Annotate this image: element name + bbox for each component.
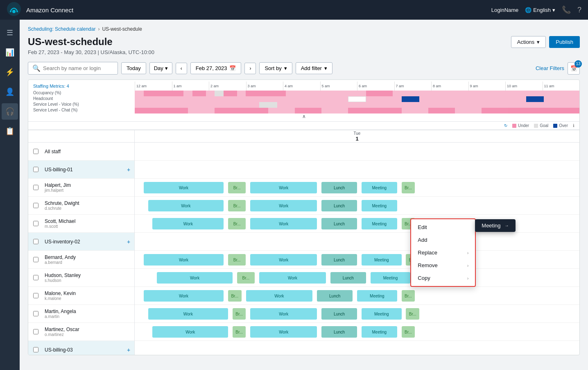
lunch-block[interactable]: Lunch bbox=[321, 308, 357, 320]
lunch-block[interactable]: Lunch bbox=[321, 182, 357, 193]
work-block[interactable]: Work bbox=[148, 200, 224, 211]
prev-arrow[interactable]: ‹ bbox=[176, 63, 187, 74]
break-block-2[interactable]: Br... bbox=[406, 308, 419, 320]
agents-col-header bbox=[28, 130, 135, 142]
meeting-block[interactable]: Meeting bbox=[362, 200, 397, 211]
agent-checkbox[interactable] bbox=[28, 257, 43, 262]
work-block[interactable]: Work bbox=[144, 254, 224, 266]
nav-right: LoginName 🌐 English ▾ 📞 ? bbox=[491, 5, 581, 14]
today-button[interactable]: Today bbox=[121, 62, 146, 74]
context-menu-copy[interactable]: Copy › bbox=[411, 272, 475, 284]
work-block[interactable]: Work bbox=[157, 272, 233, 284]
context-menu-edit[interactable]: Edit bbox=[411, 221, 475, 234]
break-block[interactable]: Br... bbox=[228, 254, 246, 266]
calendar-badge-button[interactable]: 📅 13 bbox=[568, 62, 580, 75]
work-block[interactable]: Work bbox=[246, 290, 313, 302]
agent-checkbox[interactable] bbox=[28, 293, 43, 298]
clear-filters[interactable]: Clear Filters bbox=[536, 65, 564, 71]
break-block[interactable]: Br... bbox=[237, 272, 255, 284]
sidebar-users-icon[interactable]: 👤 bbox=[2, 84, 18, 100]
break-block[interactable]: Br... bbox=[228, 290, 242, 302]
language-selector[interactable]: 🌐 English ▾ bbox=[525, 7, 555, 13]
search-input[interactable] bbox=[43, 65, 113, 71]
lunch-block[interactable]: Lunch bbox=[321, 254, 357, 266]
breadcrumb-parent[interactable]: Scheduling: Schedule calendar bbox=[28, 26, 95, 32]
service-voice-label: Service Level - Voice (%) bbox=[28, 102, 135, 108]
lunch-block[interactable]: Lunch bbox=[321, 326, 357, 338]
context-menu-add[interactable]: Add bbox=[411, 234, 475, 246]
work-block[interactable]: Work bbox=[152, 326, 228, 338]
service-chat-row: Service Level - Chat (%) bbox=[28, 108, 579, 113]
refresh-icon[interactable]: ↻ bbox=[504, 123, 507, 128]
info-icon[interactable]: ℹ bbox=[573, 123, 574, 128]
work-block[interactable]: Work bbox=[148, 308, 228, 320]
next-arrow[interactable]: › bbox=[244, 63, 256, 74]
lunch-block[interactable]: Lunch bbox=[330, 272, 366, 284]
work-block[interactable]: Work bbox=[144, 290, 224, 302]
staffing-metrics-label[interactable]: Staffing Metrics: 4 bbox=[28, 84, 135, 89]
collapse-arrow[interactable]: ∧ bbox=[28, 113, 579, 122]
agent-checkbox[interactable] bbox=[28, 329, 43, 334]
view-selector[interactable]: Day ▾ bbox=[149, 62, 172, 74]
sidebar-dashboard-icon[interactable]: 📊 bbox=[2, 44, 18, 61]
break-block[interactable]: Br... bbox=[228, 218, 246, 229]
agent-checkbox[interactable] bbox=[28, 239, 43, 244]
work-block[interactable]: Work bbox=[250, 200, 317, 211]
work-block[interactable]: Work bbox=[250, 254, 317, 266]
expand-icon[interactable]: + bbox=[123, 166, 134, 173]
agent-checkbox[interactable] bbox=[28, 221, 43, 226]
break-block-2[interactable]: Br... bbox=[402, 326, 415, 338]
meeting-block[interactable]: Meeting bbox=[362, 254, 402, 266]
sidebar-routing-icon[interactable]: ⚡ bbox=[2, 64, 18, 80]
sidebar-reports-icon[interactable]: 📋 bbox=[2, 123, 18, 139]
sidebar-menu-icon[interactable]: ☰ bbox=[2, 25, 18, 41]
agent-checkbox[interactable] bbox=[28, 311, 43, 316]
phone-icon[interactable]: 📞 bbox=[562, 5, 571, 14]
sortby-label: Sort by bbox=[265, 65, 281, 71]
lunch-block[interactable]: Lunch bbox=[321, 218, 357, 229]
help-icon[interactable]: ? bbox=[577, 6, 581, 14]
expand-icon[interactable]: + bbox=[123, 238, 134, 245]
expand-icon[interactable]: + bbox=[123, 347, 134, 353]
meeting-block[interactable]: Meeting bbox=[362, 326, 397, 338]
time-9am: 9 am bbox=[468, 82, 506, 91]
agent-checkbox[interactable] bbox=[28, 149, 43, 154]
lunch-block[interactable]: Lunch bbox=[321, 200, 357, 211]
sidebar-agent-icon[interactable]: 🎧 bbox=[2, 103, 18, 120]
work-block[interactable]: Work bbox=[250, 326, 317, 338]
meeting-block[interactable]: Meeting bbox=[362, 182, 397, 193]
over-label: Over bbox=[559, 123, 568, 128]
agent-checkbox[interactable] bbox=[28, 167, 43, 172]
break-block[interactable]: Br... bbox=[233, 308, 246, 320]
search-box[interactable]: 🔍 bbox=[28, 62, 118, 75]
work-block[interactable]: Work bbox=[250, 308, 317, 320]
date-picker[interactable]: Feb 27, 2023 📅 bbox=[190, 62, 242, 74]
actions-button[interactable]: Actions ▾ bbox=[511, 36, 546, 48]
meeting-block[interactable]: Meeting bbox=[362, 218, 397, 229]
break-block[interactable]: Br... bbox=[228, 182, 246, 193]
work-block[interactable]: Work bbox=[144, 182, 224, 193]
work-block[interactable]: Work bbox=[259, 272, 326, 284]
meeting-block[interactable]: Meeting bbox=[362, 308, 402, 320]
context-menu-remove[interactable]: Remove › bbox=[411, 259, 475, 272]
work-block[interactable]: Work bbox=[250, 182, 317, 193]
work-block[interactable]: Work bbox=[152, 218, 224, 229]
agent-checkbox[interactable] bbox=[28, 347, 43, 352]
agent-checkbox[interactable] bbox=[28, 203, 43, 208]
agent-checkbox[interactable] bbox=[28, 185, 43, 190]
publish-button[interactable]: Publish bbox=[549, 36, 580, 48]
addfilter-button[interactable]: Add filter ▾ bbox=[296, 62, 332, 74]
agent-name: Schrute, Dwight bbox=[45, 200, 133, 206]
agent-checkbox[interactable] bbox=[28, 275, 43, 280]
meeting-block[interactable]: Meeting bbox=[357, 290, 397, 302]
context-menu-replace[interactable]: Replace › bbox=[411, 246, 475, 259]
sortby-button[interactable]: Sort by ▾ bbox=[259, 62, 292, 74]
break-block-2[interactable]: Br... bbox=[402, 290, 415, 302]
meeting-block[interactable]: Meeting bbox=[371, 272, 411, 284]
lunch-block[interactable]: Lunch bbox=[317, 290, 353, 302]
work-block[interactable]: Work bbox=[250, 218, 317, 229]
break-block-2[interactable]: Br... bbox=[402, 182, 415, 193]
group-name: US-billing-03 bbox=[45, 347, 121, 353]
break-block[interactable]: Br... bbox=[228, 200, 246, 211]
break-block[interactable]: Br... bbox=[233, 326, 246, 338]
